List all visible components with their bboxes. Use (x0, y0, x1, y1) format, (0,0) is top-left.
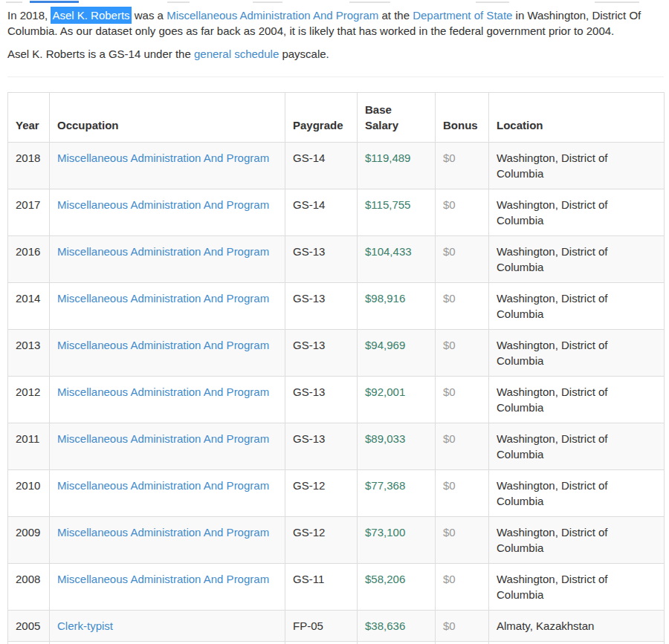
base-salary-cell: $38,636 (358, 611, 436, 642)
occupation-cell (50, 642, 285, 644)
table-row-partial (8, 642, 665, 644)
section-divider (7, 77, 664, 77)
year-cell: 2012 (8, 377, 50, 423)
table-row: 2010Miscellaneous Administration And Pro… (8, 470, 665, 517)
column-header-occupation: Occupation (50, 93, 285, 143)
base-salary-cell: $115,755 (358, 189, 436, 236)
occupation-cell: Miscellaneous Administration And Program (50, 143, 285, 189)
year-cell: 2013 (8, 330, 50, 377)
table-row: 2005Clerk-typistFP-05$38,636$0Almaty, Ka… (8, 611, 665, 642)
table-row: 2016Miscellaneous Administration And Pro… (8, 236, 665, 283)
table-row: 2012Miscellaneous Administration And Pro… (8, 377, 665, 423)
salary-table-rows: 2018Miscellaneous Administration And Pro… (8, 143, 665, 644)
intro-text: payscale. (279, 48, 329, 60)
location-cell: Washington, District of Columbia (489, 283, 665, 330)
column-header-year: Year (8, 93, 50, 143)
occupation-link[interactable]: Miscellaneous Administration And Program (57, 152, 269, 164)
table-row: 2008Miscellaneous Administration And Pro… (8, 564, 665, 611)
cropped-text-fragment (476, 1, 509, 3)
year-cell (8, 642, 50, 644)
base-salary-cell: $77,368 (358, 470, 436, 517)
cropped-text-fragment (6, 1, 22, 3)
occupation-cell: Clerk-typist (50, 611, 285, 642)
occupation-cell: Miscellaneous Administration And Program (50, 283, 285, 330)
bonus-cell: $0 (436, 236, 489, 283)
table-row: 2014Miscellaneous Administration And Pro… (8, 283, 665, 330)
paygrade-cell: GS-13 (285, 377, 358, 423)
occupation-link[interactable]: Miscellaneous Administration And Program (57, 386, 269, 398)
year-cell: 2016 (8, 236, 50, 283)
bonus-cell (436, 642, 489, 644)
bonus-cell: $0 (436, 330, 489, 377)
location-cell: Washington, District of Columbia (489, 143, 665, 189)
paygrade-cell: GS-11 (285, 564, 358, 611)
paygrade-cell: GS-14 (285, 189, 358, 236)
cropped-text-fragment (253, 1, 282, 3)
general-schedule-link[interactable]: general schedule (194, 48, 279, 60)
intro-text: Asel K. Roberts is a GS-14 under the (7, 48, 194, 60)
location-cell: Almaty, Kazakhstan (489, 611, 665, 642)
occupation-cell: Miscellaneous Administration And Program (50, 517, 285, 564)
year-cell: 2018 (8, 143, 50, 189)
cropped-text-fragment (167, 1, 190, 3)
table-header-row: Year Occupation Paygrade Base Salary Bon… (8, 93, 665, 143)
paygrade-cell: GS-13 (285, 236, 358, 283)
occupation-cell: Miscellaneous Administration And Program (50, 470, 285, 517)
base-salary-cell: $73,100 (358, 517, 436, 564)
occupation-link[interactable]: Clerk-typist (57, 619, 113, 632)
table-row: 2013Miscellaneous Administration And Pro… (8, 330, 665, 377)
table-row: 2018Miscellaneous Administration And Pro… (8, 143, 665, 189)
occupation-cell: Miscellaneous Administration And Program (50, 189, 285, 236)
intro-text: at the (378, 9, 413, 22)
paygrade-cell: GS-12 (285, 517, 358, 564)
intro-paragraph-1: In 2018, Asel K. Roberts was a Miscellan… (7, 7, 664, 39)
cropped-text-fragment (595, 1, 639, 3)
location-cell: Washington, District of Columbia (489, 564, 665, 611)
occupation-link[interactable]: Miscellaneous Administration And Program (57, 245, 269, 258)
location-cell: Washington, District of Columbia (489, 189, 665, 236)
paygrade-cell: GS-14 (285, 143, 358, 189)
paygrade-cell: GS-13 (285, 283, 358, 330)
paygrade-cell: FP-05 (285, 611, 358, 642)
paygrade-cell: GS-12 (285, 470, 358, 517)
occupation-cell: Miscellaneous Administration And Program (50, 564, 285, 611)
occupation-link[interactable]: Miscellaneous Administration And Program (167, 9, 378, 22)
occupation-link[interactable]: Miscellaneous Administration And Program (57, 339, 269, 351)
location-cell (489, 642, 665, 644)
base-salary-cell (358, 642, 436, 644)
base-salary-cell: $98,916 (358, 283, 436, 330)
occupation-cell: Miscellaneous Administration And Program (50, 330, 285, 377)
column-header-base-salary: Base Salary (358, 93, 436, 143)
cropped-text-fragment (349, 1, 390, 3)
bonus-cell: $0 (436, 423, 489, 470)
base-salary-cell: $92,001 (358, 377, 436, 423)
department-of-state-link[interactable]: Department of State (413, 9, 512, 22)
base-salary-cell: $58,206 (358, 564, 436, 611)
year-cell: 2008 (8, 564, 50, 611)
table-row: 2009Miscellaneous Administration And Pro… (8, 517, 665, 564)
table-row: 2011Miscellaneous Administration And Pro… (8, 423, 665, 470)
occupation-link[interactable]: Miscellaneous Administration And Program (57, 198, 269, 211)
occupation-link[interactable]: Miscellaneous Administration And Program (57, 479, 269, 492)
base-salary-cell: $89,033 (358, 423, 436, 470)
occupation-cell: Miscellaneous Administration And Program (50, 423, 285, 470)
occupation-cell: Miscellaneous Administration And Program (50, 236, 285, 283)
intro-paragraph-2: Asel K. Roberts is a GS-14 under the gen… (7, 46, 664, 62)
year-cell: 2010 (8, 470, 50, 517)
table-row: 2017Miscellaneous Administration And Pro… (8, 189, 665, 236)
occupation-link[interactable]: Miscellaneous Administration And Program (57, 573, 269, 585)
bonus-cell: $0 (436, 611, 489, 642)
paygrade-cell: GS-13 (285, 330, 358, 377)
bonus-cell: $0 (436, 283, 489, 330)
bonus-cell: $0 (436, 517, 489, 564)
bonus-cell: $0 (436, 470, 489, 517)
location-cell: Washington, District of Columbia (489, 470, 665, 517)
bonus-cell: $0 (436, 189, 489, 236)
cropped-content-sliver (0, 0, 669, 3)
occupation-link[interactable]: Miscellaneous Administration And Program (57, 526, 269, 539)
occupation-link[interactable]: Miscellaneous Administration And Program (57, 432, 269, 445)
paygrade-cell (285, 642, 358, 644)
occupation-link[interactable]: Miscellaneous Administration And Program (57, 292, 269, 305)
location-cell: Washington, District of Columbia (489, 377, 665, 423)
location-cell: Washington, District of Columbia (489, 423, 665, 470)
